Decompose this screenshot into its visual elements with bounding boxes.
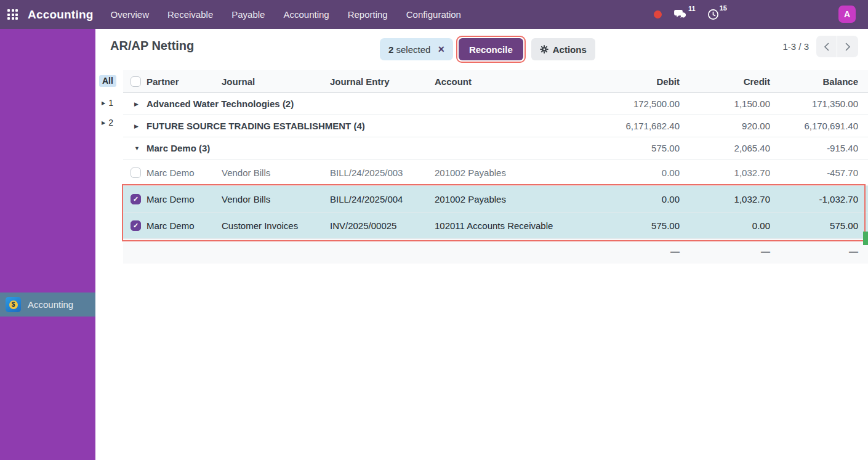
top-navbar: Accounting Overview Receivable Payable A…: [0, 0, 868, 29]
column-partner[interactable]: Partner: [147, 76, 222, 87]
row-checkbox[interactable]: [131, 194, 141, 204]
column-debit[interactable]: Debit: [613, 76, 680, 87]
group-caret-icon[interactable]: ▶: [123, 101, 147, 107]
gutter-group-marker-1: ▶ 1: [102, 98, 113, 108]
actions-button[interactable]: Actions: [531, 38, 595, 60]
menu-receivable[interactable]: Receivable: [167, 9, 213, 20]
caret-right-icon: ▶: [102, 100, 105, 106]
gear-icon: [540, 45, 549, 54]
group-row[interactable]: ▼ Marc Demo (3) 575.00 2,065.40 -915.40: [123, 137, 868, 159]
group-row[interactable]: ▶ Advanced Water Technologies (2) 172,50…: [123, 93, 868, 115]
reconcile-highlight-ring: Reconcile: [456, 36, 526, 63]
chevron-right-icon: [845, 42, 851, 51]
reconcile-button[interactable]: Reconcile: [459, 38, 523, 60]
column-balance[interactable]: Balance: [770, 76, 858, 87]
actions-label: Actions: [553, 44, 587, 55]
apps-grid-icon[interactable]: [7, 9, 18, 20]
gutter-group-marker-2: ▶ 2: [102, 118, 113, 127]
left-sidebar: $ Accounting: [0, 29, 95, 460]
menu-reporting[interactable]: Reporting: [348, 9, 388, 20]
table-footer-row: — — —: [123, 239, 868, 264]
pager-previous-button[interactable]: [816, 36, 837, 57]
messages-count-badge: 11: [688, 5, 696, 16]
pager: 1-3 / 3: [782, 36, 858, 57]
row-checkbox[interactable]: [131, 167, 141, 178]
menu-payable[interactable]: Payable: [231, 9, 265, 20]
column-account[interactable]: Account: [435, 76, 613, 87]
activities-clock-icon[interactable]: 15: [707, 9, 726, 20]
column-credit[interactable]: Credit: [680, 76, 770, 87]
select-all-checkbox[interactable]: [131, 76, 141, 87]
accounting-app-icon: $: [6, 297, 21, 312]
main-content: AR/AP Netting 2 selected × Reconcile: [95, 29, 868, 460]
caret-right-icon: ▶: [102, 120, 105, 126]
sidebar-item-accounting[interactable]: $ Accounting: [0, 293, 95, 317]
table-row[interactable]: Marc Demo Vendor Bills BILL/24/2025/003 …: [123, 159, 868, 186]
footer-debit-total: —: [613, 246, 680, 257]
selection-badge[interactable]: 2 selected ×: [380, 38, 453, 60]
close-icon[interactable]: ×: [438, 44, 444, 55]
recording-status-dot: [654, 10, 662, 18]
menu-overview[interactable]: Overview: [111, 9, 150, 20]
activities-count-badge: 15: [720, 4, 727, 16]
row-checkbox[interactable]: [131, 220, 141, 231]
systray: 11 15: [654, 0, 726, 29]
footer-balance-total: —: [770, 246, 858, 257]
user-avatar[interactable]: A: [838, 6, 856, 23]
sidebar-item-label: Accounting: [28, 299, 73, 310]
menu-configuration[interactable]: Configuration: [406, 9, 461, 20]
table-row[interactable]: Marc Demo Customer Invoices INV/2025/000…: [123, 212, 868, 239]
group-row[interactable]: ▶ FUTURE SOURCE TRADING ESTABLISHMENT (4…: [123, 115, 868, 137]
selection-text: 2 selected: [388, 44, 430, 55]
menu-accounting[interactable]: Accounting: [283, 9, 329, 20]
chevron-left-icon: [824, 42, 829, 51]
records-table: Partner Journal Journal Entry Account De…: [123, 70, 868, 264]
pager-next-button[interactable]: [837, 36, 858, 57]
column-entry[interactable]: Journal Entry: [330, 76, 435, 87]
pager-range: 1-3 / 3: [782, 41, 809, 52]
control-panel-actions: 2 selected × Reconcile: [380, 36, 595, 63]
gutter-all-badge[interactable]: All: [99, 75, 116, 87]
page-title: AR/AP Netting: [110, 39, 194, 53]
footer-credit-total: —: [680, 246, 770, 257]
column-journal[interactable]: Journal: [222, 76, 330, 87]
app-brand[interactable]: Accounting: [28, 8, 94, 22]
group-caret-icon[interactable]: ▶: [123, 123, 147, 129]
table-row[interactable]: Marc Demo Vendor Bills BILL/24/2025/004 …: [123, 186, 868, 212]
table-header-row: Partner Journal Journal Entry Account De…: [123, 70, 868, 93]
group-caret-icon[interactable]: ▼: [123, 145, 147, 151]
main-menu: Overview Receivable Payable Accounting R…: [111, 9, 461, 20]
messages-icon[interactable]: 11: [674, 9, 695, 20]
